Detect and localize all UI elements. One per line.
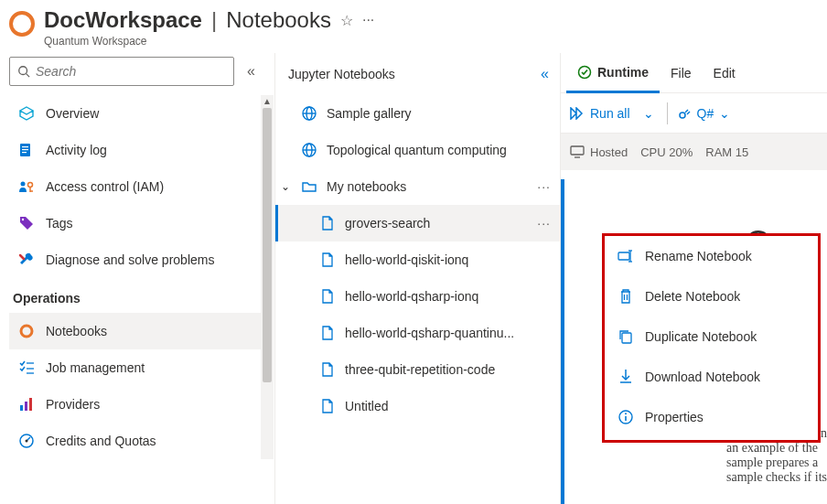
- sidebar-item-credits-quotas[interactable]: Credits and Quotas: [9, 423, 274, 459]
- sidebar-item-activity-log[interactable]: Activity log: [9, 132, 274, 168]
- svg-point-0: [19, 67, 27, 75]
- log-icon: [18, 142, 35, 158]
- file-item-label: hello-world-qsharp-quantinu...: [345, 326, 514, 340]
- file-item-more-icon[interactable]: ···: [537, 216, 551, 231]
- sidebar-item-diagnose[interactable]: Diagnose and solve problems: [9, 241, 274, 278]
- svg-line-1: [27, 74, 30, 78]
- run-all-button[interactable]: Run all: [570, 106, 630, 121]
- file-item[interactable]: Untitled: [275, 388, 560, 424]
- file-icon: [319, 252, 336, 268]
- barchart-icon: [18, 396, 35, 413]
- tab-runtime[interactable]: Runtime: [566, 54, 660, 93]
- header: DocWorkspace | Notebooks ☆ ··· Quantum W…: [0, 0, 827, 53]
- sidebar-item-overview[interactable]: Overview: [9, 95, 274, 132]
- monitor-icon: [570, 145, 585, 158]
- menu-item-rename[interactable]: Rename Notebook: [605, 236, 818, 276]
- file-item[interactable]: hello-world-qsharp-quantinu...: [275, 315, 560, 351]
- menu-item-label: Delete Notebook: [645, 289, 740, 304]
- svg-rect-4: [22, 149, 28, 150]
- favorite-star-icon[interactable]: ☆: [340, 12, 353, 29]
- tree-group-label: Topological quantum computing: [327, 143, 507, 157]
- tab-label: Edit: [714, 66, 736, 80]
- file-item-grovers-search[interactable]: grovers-search ···: [275, 205, 560, 241]
- people-key-icon: [18, 178, 35, 195]
- svg-point-27: [680, 113, 685, 118]
- menu-item-label: Rename Notebook: [645, 249, 752, 263]
- globe-icon: [301, 142, 317, 158]
- run-all-dropdown[interactable]: ⌄: [639, 106, 658, 121]
- menu-item-properties[interactable]: Properties: [605, 397, 818, 437]
- sidebar-item-providers[interactable]: Providers: [9, 386, 274, 423]
- tree-group-sample-gallery[interactable]: Sample gallery: [275, 95, 560, 132]
- scrollbar-thumb[interactable]: [263, 108, 272, 382]
- sidebar-item-label: Access control (IAM): [46, 179, 164, 194]
- file-item-label: hello-world-qiskit-ionq: [345, 252, 468, 267]
- editor-toolbar: Run all ⌄ Q# ⌄: [561, 93, 827, 134]
- notebook-context-menu: Rename Notebook Delete Notebook Duplicat…: [602, 233, 821, 443]
- workspace-title: DocWorkspace: [44, 7, 202, 33]
- sidebar-item-label: Providers: [46, 397, 100, 412]
- tree-group-more-icon[interactable]: ···: [537, 179, 551, 194]
- tab-edit[interactable]: Edit: [703, 53, 746, 92]
- search-input[interactable]: [36, 64, 226, 79]
- tag-icon: [18, 215, 35, 231]
- collapse-explorer-icon[interactable]: «: [541, 66, 549, 82]
- checklist-icon: [18, 359, 35, 376]
- header-more-icon[interactable]: ···: [362, 12, 374, 28]
- ring-icon: [18, 323, 35, 339]
- chevron-down-icon[interactable]: ⌄: [281, 180, 290, 193]
- file-item-label: hello-world-qsharp-ionq: [345, 289, 478, 304]
- duplicate-icon: [618, 328, 634, 345]
- sidebar-item-label: Activity log: [46, 143, 107, 157]
- svg-rect-16: [25, 402, 27, 411]
- search-box[interactable]: [9, 57, 234, 86]
- svg-line-29: [687, 112, 690, 114]
- language-label: Q#: [697, 106, 714, 121]
- menu-item-download[interactable]: Download Notebook: [605, 357, 818, 397]
- menu-item-label: Download Notebook: [645, 370, 760, 384]
- sidebar-item-label: Overview: [46, 106, 99, 121]
- download-icon: [618, 369, 634, 385]
- file-item[interactable]: three-qubit-repetition-code: [275, 351, 560, 388]
- tree-group-topo-quantum[interactable]: Topological quantum computing: [275, 132, 560, 168]
- svg-rect-32: [618, 252, 629, 260]
- sidebar: « Overview Activity log Access control (…: [0, 53, 274, 504]
- wrench-icon: [18, 252, 35, 268]
- file-item[interactable]: hello-world-qiskit-ionq: [275, 241, 560, 278]
- run-all-label: Run all: [590, 106, 630, 121]
- file-item-label: three-qubit-repetition-code: [345, 362, 495, 377]
- tab-file[interactable]: File: [660, 53, 703, 92]
- sidebar-item-access-control[interactable]: Access control (IAM): [9, 168, 274, 205]
- chevron-down-icon: ⌄: [643, 106, 654, 121]
- section-title: Notebooks: [226, 7, 331, 33]
- sidebar-item-tags[interactable]: Tags: [9, 205, 274, 241]
- sidebar-scrollbar[interactable]: ▲: [261, 95, 274, 459]
- logo-icon: [9, 11, 35, 37]
- tree-group-my-notebooks[interactable]: ⌄ My notebooks ···: [275, 168, 560, 205]
- search-icon: [17, 65, 30, 78]
- sidebar-item-job-management[interactable]: Job management: [9, 349, 274, 386]
- chevron-down-icon: ⌄: [719, 106, 730, 121]
- workspace-subtitle: Quantum Workspace: [44, 35, 374, 48]
- file-item-label: grovers-search: [345, 216, 430, 231]
- svg-rect-5: [22, 152, 27, 153]
- tree-group-label: Sample gallery: [327, 106, 412, 121]
- file-icon: [319, 215, 336, 231]
- sidebar-item-label: Notebooks: [46, 324, 107, 338]
- collapse-sidebar-icon[interactable]: «: [243, 59, 259, 83]
- svg-rect-3: [22, 146, 28, 147]
- menu-item-duplicate[interactable]: Duplicate Notebook: [605, 316, 818, 357]
- gauge-icon: [18, 433, 35, 449]
- folder-icon: [301, 178, 317, 195]
- svg-rect-36: [622, 333, 631, 343]
- sidebar-item-notebooks[interactable]: Notebooks: [9, 313, 274, 349]
- trash-icon: [618, 288, 634, 305]
- file-icon: [319, 398, 336, 414]
- plug-icon: [677, 106, 692, 121]
- file-icon: [319, 288, 336, 305]
- scrollbar-up-arrow-icon[interactable]: ▲: [261, 95, 274, 108]
- menu-item-delete[interactable]: Delete Notebook: [605, 276, 818, 316]
- language-picker[interactable]: Q# ⌄: [677, 106, 731, 121]
- file-item[interactable]: hello-world-qsharp-ionq: [275, 278, 560, 315]
- svg-rect-17: [29, 398, 32, 411]
